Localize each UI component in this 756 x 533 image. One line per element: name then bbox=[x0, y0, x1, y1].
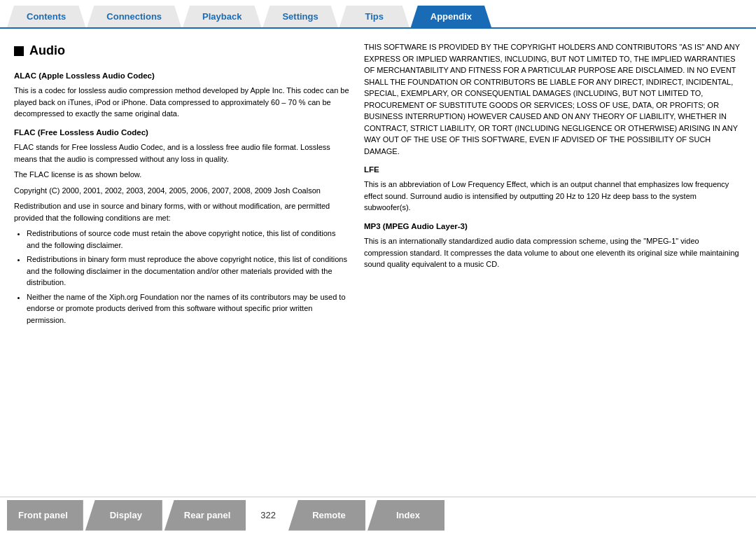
mp3-body: This is an internationally standardized … bbox=[364, 235, 742, 270]
flac-bullet-3: Neither the name of the Xiph.org Foundat… bbox=[27, 291, 350, 326]
flac-title: FLAC (Free Lossless Audio Codec) bbox=[14, 127, 350, 139]
tab-connections[interactable]: Connections bbox=[87, 6, 181, 27]
title-square-icon bbox=[14, 46, 24, 56]
mp3-title: MP3 (MPEG Audio Layer-3) bbox=[364, 221, 742, 233]
copyright-body: THIS SOFTWARE IS PROVIDED BY THE COPYRIG… bbox=[364, 41, 742, 157]
lfe-body: This is an abbreviation of Low Frequency… bbox=[364, 179, 742, 214]
flac-body4: Redistribution and use in source and bin… bbox=[14, 200, 350, 223]
top-navigation: Contents Connections Playback Settings T… bbox=[0, 0, 756, 29]
bottom-nav-index[interactable]: Index bbox=[368, 500, 444, 531]
flac-bullet-list: Redistributions of source code must reta… bbox=[27, 228, 350, 326]
page-number: 322 bbox=[248, 510, 288, 520]
bottom-nav-display[interactable]: Display bbox=[85, 500, 162, 531]
section-title-text: Audio bbox=[29, 41, 65, 60]
tab-contents[interactable]: Contents bbox=[7, 6, 85, 27]
section-title: Audio bbox=[14, 41, 350, 60]
tab-playback[interactable]: Playback bbox=[183, 6, 261, 27]
flac-body2: The FLAC license is as shown below. bbox=[14, 169, 350, 181]
flac-bullet-2: Redistributions in binary form must repr… bbox=[27, 254, 350, 289]
alac-body: This is a codec for lossless audio compr… bbox=[14, 85, 350, 120]
bottom-navigation: Front panel Display Rear panel 322 Remot… bbox=[0, 497, 756, 533]
main-content: Audio ALAC (Apple Lossless Audio Codec) … bbox=[0, 29, 756, 497]
tab-settings[interactable]: Settings bbox=[262, 6, 337, 27]
bottom-nav-rear-panel[interactable]: Rear panel bbox=[164, 500, 246, 531]
flac-body3: Copyright (C) 2000, 2001, 2002, 2003, 20… bbox=[14, 185, 350, 197]
bottom-nav-inner: Front panel Display Rear panel 322 Remot… bbox=[0, 500, 756, 531]
bottom-nav-remote[interactable]: Remote bbox=[288, 500, 365, 531]
alac-title: ALAC (Apple Lossless Audio Codec) bbox=[14, 70, 350, 82]
flac-bullet-1: Redistributions of source code must reta… bbox=[27, 228, 350, 251]
lfe-title: LFE bbox=[364, 164, 742, 176]
flac-body1: FLAC stands for Free lossless Audio Code… bbox=[14, 141, 350, 165]
bottom-nav-front-panel[interactable]: Front panel bbox=[7, 500, 83, 531]
tab-appendix[interactable]: Appendix bbox=[411, 6, 491, 27]
right-column: THIS SOFTWARE IS PROVIDED BY THE COPYRIG… bbox=[364, 41, 742, 490]
tab-tips[interactable]: Tips bbox=[340, 6, 410, 27]
left-column: Audio ALAC (Apple Lossless Audio Codec) … bbox=[14, 41, 350, 490]
